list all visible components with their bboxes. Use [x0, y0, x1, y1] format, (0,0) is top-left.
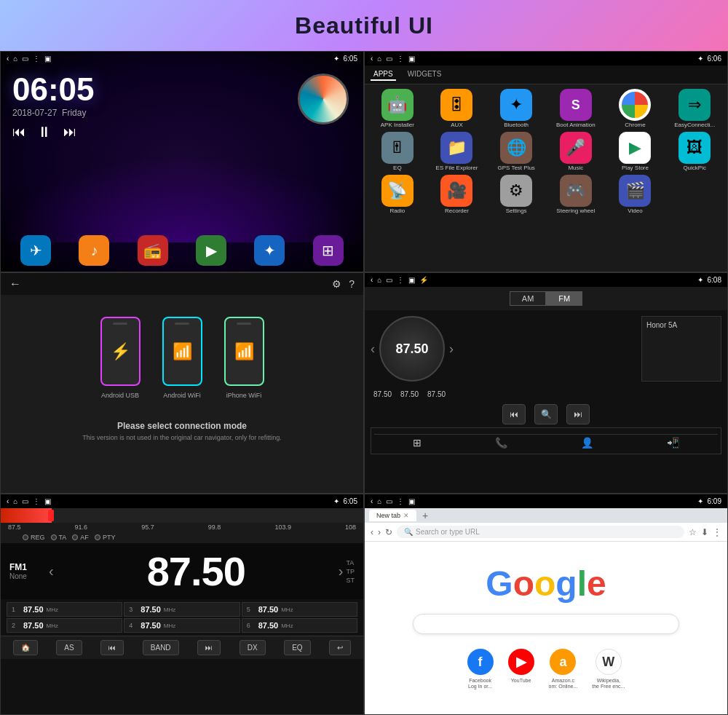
help-icon[interactable]: ? [349, 278, 355, 290]
iphone-wifi-option[interactable]: 📶 iPhone WiFi [224, 317, 264, 399]
radio-icon[interactable]: 📻 [138, 235, 168, 266]
url-bar[interactable]: 🔍 Search or type URL [397, 526, 684, 538]
preset-item-4[interactable]: 4 87.50 MHz [124, 618, 240, 633]
band-btn[interactable]: BAND [143, 640, 179, 655]
back-icon[interactable]: ‹ [7, 55, 9, 63]
apps-icon[interactable]: ⊞ [313, 235, 344, 266]
call-btn[interactable]: 📲 [667, 437, 679, 449]
app-steering[interactable]: 🎮 Steering wheel [547, 175, 604, 215]
preset-item-1[interactable]: 1 87.50 MHz [7, 602, 122, 617]
back-icon-3[interactable]: ← [9, 277, 21, 291]
app-eq[interactable]: 🎚 EQ [369, 132, 426, 172]
app-quickpic[interactable]: 🖼 QuickPic [666, 132, 723, 172]
reg-option[interactable]: REG [23, 534, 45, 541]
freq-down-arrow[interactable]: ‹ [371, 341, 375, 357]
shortcut-amazon[interactable]: a Amazon.com: Online... [549, 649, 578, 690]
prev-btn-4[interactable]: ⏮ [502, 404, 526, 424]
download-icon[interactable]: ⬇ [701, 527, 708, 537]
tab-widgets[interactable]: WIDGETS [405, 68, 445, 81]
preset-1[interactable]: 87.50 [371, 389, 395, 400]
shortcut-facebook[interactable]: f FacebookLog In or... [467, 649, 494, 690]
freq-up-arrow[interactable]: › [449, 341, 454, 357]
app-bluetooth[interactable]: ✦ Bluetooth [488, 89, 545, 129]
app-video[interactable]: 🎬 Video [607, 175, 664, 215]
ta-option[interactable]: TA [51, 534, 67, 541]
nav-back-icon[interactable]: ‹ [371, 527, 373, 537]
app-easyconnect[interactable]: ⇒ EasyConnecti... [666, 89, 723, 129]
fm-button[interactable]: FM [546, 291, 582, 306]
prev-btn-5[interactable]: ⏮ [100, 640, 124, 655]
recents-icon-4[interactable]: ▭ [386, 276, 392, 284]
am-button[interactable]: AM [510, 291, 547, 306]
grid-btn[interactable]: ⊞ [413, 437, 422, 449]
home-icon-5[interactable]: ⌂ [13, 497, 17, 505]
search-btn-4[interactable]: 🔍 [534, 404, 558, 424]
app-chrome[interactable]: Chrome [607, 89, 664, 129]
home-icon-2[interactable]: ⌂ [377, 55, 381, 63]
album-art[interactable] [298, 74, 349, 125]
telegram-icon[interactable]: ✈ [20, 235, 51, 266]
nav-forward-icon[interactable]: › [378, 527, 381, 537]
pty-option[interactable]: PTY [95, 534, 116, 541]
next-track-icon[interactable]: ⏭ [63, 125, 76, 140]
back-icon-5[interactable]: ‹ [7, 497, 9, 505]
recents-icon-6[interactable]: ▭ [386, 497, 392, 505]
eq-btn-5[interactable]: EQ [284, 640, 310, 655]
freq-left-arrow[interactable]: ‹ [46, 563, 57, 580]
prev-track-icon[interactable]: ⏮ [12, 125, 25, 140]
menu-icon-4[interactable]: ⋮ [397, 276, 404, 284]
android-wifi-option[interactable]: 📶 Android WiFi [162, 317, 202, 399]
home-icon-4[interactable]: ⌂ [377, 276, 381, 284]
freq-right-arrow[interactable]: › [336, 563, 347, 580]
play-icon[interactable]: ▶ [196, 235, 226, 266]
app-play-store[interactable]: ▶ Play Store [607, 132, 664, 172]
settings-topbar-icon[interactable]: ⚙ [332, 278, 341, 290]
google-search-box[interactable] [413, 614, 679, 634]
bookmark-icon[interactable]: ☆ [689, 527, 697, 537]
phone-btn[interactable]: 📞 [495, 437, 507, 449]
recents-icon[interactable]: ▭ [22, 55, 28, 63]
chrome-tab[interactable]: New tab ✕ [369, 510, 416, 521]
af-option[interactable]: AF [72, 534, 89, 541]
nav-refresh-icon[interactable]: ↻ [385, 527, 392, 537]
menu-icon-6[interactable]: ⋮ [397, 497, 404, 505]
menu-icon-5[interactable]: ⋮ [33, 497, 40, 505]
app-settings[interactable]: ⚙ Settings [488, 175, 545, 215]
as-btn[interactable]: AS [56, 640, 82, 655]
app-es-file[interactable]: 📁 ES File Explorer [429, 132, 486, 172]
preset-item-5[interactable]: 5 87.50 MHz [242, 602, 357, 617]
preset-3[interactable]: 87.50 [424, 389, 448, 400]
recents-icon-2[interactable]: ▭ [386, 55, 392, 63]
bt-app-icon[interactable]: ✦ [254, 235, 285, 266]
overflow-icon[interactable]: ⋮ [713, 527, 721, 537]
dx-btn[interactable]: DX [240, 640, 266, 655]
app-apk-installer[interactable]: 🤖 APK Installer [369, 89, 426, 129]
recents-icon-5[interactable]: ▭ [22, 497, 28, 505]
app-music[interactable]: 🎤 Music [547, 132, 604, 172]
contacts-btn[interactable]: 👤 [581, 437, 593, 449]
app-radio[interactable]: 📡 Radio [369, 175, 426, 215]
app-boot-animation[interactable]: S Boot Animation [547, 89, 604, 129]
preset-item-3[interactable]: 3 87.50 MHz [124, 602, 240, 617]
back-btn-5[interactable]: ↩ [329, 640, 351, 655]
app-recorder[interactable]: 🎥 Recorder [429, 175, 486, 215]
seek-bar[interactable] [1, 508, 363, 523]
home-btn-5[interactable]: 🏠 [13, 640, 38, 655]
play-pause-icon[interactable]: ⏸ [37, 124, 52, 141]
next-btn-5[interactable]: ⏭ [197, 640, 221, 655]
preset-item-6[interactable]: 6 87.50 MHz [242, 618, 357, 633]
next-btn-4[interactable]: ⏭ [566, 404, 590, 424]
preset-item-2[interactable]: 2 87.50 MHz [7, 618, 122, 633]
android-usb-option[interactable]: ⚡ Android USB [100, 317, 141, 399]
app-aux[interactable]: 🎛 AUX [429, 89, 486, 129]
back-icon-6[interactable]: ‹ [371, 497, 373, 505]
menu-icon-2[interactable]: ⋮ [397, 55, 404, 63]
preset-2[interactable]: 87.50 [397, 389, 422, 400]
tab-close-icon[interactable]: ✕ [403, 512, 409, 519]
new-tab-icon[interactable]: + [419, 510, 431, 521]
frequency-dial[interactable]: 87.50 [379, 316, 445, 382]
back-icon-4[interactable]: ‹ [371, 276, 373, 284]
shortcut-wikipedia[interactable]: W Wikipedia,the Free enc... [592, 649, 625, 690]
home-icon[interactable]: ⌂ [13, 55, 17, 63]
back-icon-2[interactable]: ‹ [371, 55, 373, 63]
